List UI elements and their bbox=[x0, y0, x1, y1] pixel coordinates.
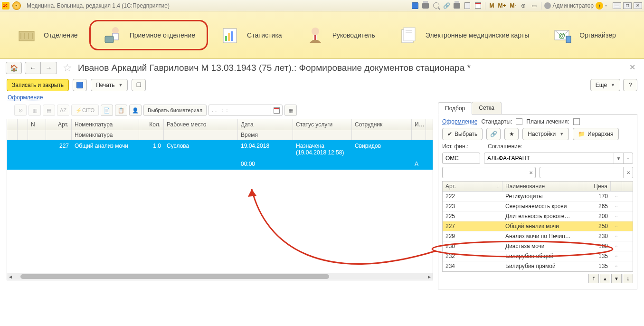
copy-doc-button[interactable]: ❐ bbox=[132, 79, 146, 91]
col-employee[interactable]: Сотрудник bbox=[352, 119, 412, 130]
open-row-icon[interactable]: ▫ bbox=[611, 192, 622, 201]
section-department[interactable]: Отделение bbox=[5, 20, 89, 50]
section-statistics[interactable]: Статистика bbox=[208, 20, 294, 50]
help-button[interactable]: ? bbox=[623, 79, 637, 91]
tab-selection[interactable]: Подбор bbox=[438, 102, 472, 115]
oformlenie-link-right[interactable]: Оформление bbox=[442, 118, 477, 125]
clear-icon[interactable]: ✕ bbox=[526, 167, 535, 178]
more-dropdown[interactable]: Еще▼ bbox=[590, 79, 620, 91]
down-button[interactable]: ▼ bbox=[611, 274, 622, 283]
agreement-select[interactable]: ▼ ▫ bbox=[484, 153, 633, 164]
memory-mminus[interactable]: M- bbox=[509, 2, 517, 9]
filter2-input[interactable]: ✕ bbox=[540, 167, 633, 178]
maximize-button[interactable]: □ bbox=[623, 2, 632, 9]
scroll-left-icon[interactable]: ◄ bbox=[7, 274, 14, 279]
user-assign-button[interactable]: 👤 bbox=[129, 105, 142, 116]
save-icon[interactable] bbox=[411, 1, 419, 10]
catalog-row[interactable]: 223Свертываемость крови265▫ bbox=[443, 201, 633, 211]
link-icon[interactable]: 🔗 bbox=[442, 1, 451, 10]
windows-icon[interactable]: ▭ bbox=[530, 1, 538, 10]
plans-checkbox[interactable] bbox=[573, 118, 580, 125]
open-row-icon[interactable]: ▫ bbox=[611, 231, 622, 241]
catalog-row[interactable]: 227Общий анализ мочи250▫ bbox=[443, 221, 633, 231]
home-button[interactable]: 🏠 bbox=[6, 62, 22, 74]
doc-button[interactable]: 📋 bbox=[115, 105, 127, 116]
open-row-icon[interactable]: ▫ bbox=[611, 221, 622, 231]
add-doc-button[interactable]: 📄 bbox=[101, 105, 113, 116]
col-nom[interactable]: Номенклатура bbox=[72, 119, 139, 130]
section-admission[interactable]: Приемное отделение bbox=[89, 20, 208, 50]
choose-button[interactable]: ✔ Выбрать bbox=[442, 128, 483, 140]
col-price[interactable]: Цена bbox=[583, 182, 611, 191]
hierarchy-button[interactable]: 📁 Иерархия bbox=[573, 128, 618, 140]
close-window-button[interactable]: ✕ bbox=[634, 2, 642, 9]
col-workplace[interactable]: Рабочее место bbox=[164, 119, 238, 130]
print-dropdown[interactable]: Печать▼ bbox=[91, 79, 128, 91]
dropdown-icon[interactable]: ▼ bbox=[614, 153, 623, 163]
preview-icon[interactable] bbox=[432, 1, 440, 10]
select-biomaterial-button[interactable]: Выбрать биоматериал bbox=[143, 105, 207, 116]
date-input[interactable] bbox=[208, 105, 283, 116]
calc-icon[interactable] bbox=[463, 1, 472, 10]
open-icon[interactable]: ▫ bbox=[623, 153, 633, 163]
col-name[interactable]: Наименование bbox=[502, 182, 583, 191]
filter1-field[interactable] bbox=[443, 169, 526, 176]
forward-button[interactable]: → bbox=[41, 62, 57, 74]
memory-m[interactable]: M bbox=[488, 2, 495, 9]
section-organizer[interactable]: @ Органайзер bbox=[540, 20, 627, 50]
up-button[interactable]: ▲ bbox=[600, 274, 610, 283]
last-button[interactable]: ⤓ bbox=[623, 274, 633, 283]
col-fin[interactable]: И… bbox=[412, 119, 426, 130]
minimize-button[interactable]: — bbox=[613, 2, 621, 9]
col-date[interactable]: Дата bbox=[238, 119, 293, 130]
first-button[interactable]: ⤒ bbox=[588, 274, 599, 283]
catalog-row[interactable]: 230Диастаза мочи180▫ bbox=[443, 241, 633, 251]
scroll-right-icon[interactable]: ► bbox=[426, 274, 433, 279]
finsource-select[interactable]: ▼ bbox=[442, 153, 480, 164]
link2-button[interactable]: 🔗 bbox=[486, 128, 501, 140]
open-row-icon[interactable]: ▫ bbox=[611, 261, 622, 271]
standards-checkbox[interactable] bbox=[516, 118, 522, 125]
open-row-icon[interactable]: ▫ bbox=[611, 211, 622, 221]
date-field[interactable] bbox=[209, 107, 271, 114]
col-art[interactable]: Арт.↓ bbox=[443, 182, 502, 191]
fav-button[interactable]: ★ bbox=[504, 128, 519, 140]
catalog-row[interactable]: 225Длительность кровоте…200▫ bbox=[443, 211, 633, 221]
user-label[interactable]: Администратор bbox=[544, 2, 594, 9]
scroll-thumb[interactable] bbox=[20, 274, 329, 279]
col-status[interactable]: Статус услуги bbox=[293, 119, 352, 130]
calendar-picker-icon[interactable] bbox=[271, 105, 282, 115]
tab-grid[interactable]: Сетка bbox=[472, 102, 502, 114]
catalog-row[interactable]: 232Билирубин общий135▫ bbox=[443, 251, 633, 261]
open-row-icon[interactable]: ▫ bbox=[611, 251, 622, 261]
info-icon[interactable]: i bbox=[596, 2, 603, 10]
save-button[interactable] bbox=[73, 79, 87, 91]
open-row-icon[interactable]: ▫ bbox=[611, 241, 622, 251]
open-row-icon[interactable]: ▫ bbox=[611, 201, 622, 211]
print-icon[interactable] bbox=[421, 1, 430, 10]
grid-button[interactable]: ▦ bbox=[284, 105, 297, 116]
agreement-value[interactable] bbox=[484, 155, 614, 162]
col-n[interactable]: N bbox=[28, 119, 46, 130]
catalog-row[interactable]: 222Ретикулоциты170▫ bbox=[443, 192, 633, 201]
zoom-icon[interactable]: ⊕ bbox=[519, 1, 528, 10]
table-row[interactable]: 227 Общий анализ мочи 1,0 Суслова 19.04.… bbox=[7, 140, 433, 158]
save-and-close-button[interactable]: Записать и закрыть bbox=[7, 79, 69, 91]
catalog-row[interactable]: 234Билирубин прямой135▫ bbox=[443, 261, 633, 271]
app-menu-icon[interactable] bbox=[12, 1, 21, 10]
settings-dropdown[interactable]: Настройки▼ bbox=[522, 128, 569, 140]
catalog-row[interactable]: 229Анализ мочи по Нечип…230▫ bbox=[443, 231, 633, 241]
memory-mplus[interactable]: M+ bbox=[497, 2, 507, 9]
calendar-icon[interactable] bbox=[474, 1, 482, 10]
oformlenie-link[interactable]: Оформление bbox=[8, 94, 43, 101]
clear-icon[interactable]: ✕ bbox=[623, 167, 633, 178]
print2-icon[interactable] bbox=[453, 1, 461, 10]
section-emr[interactable]: Электронные медицинские карты bbox=[387, 20, 540, 50]
favorite-star-icon[interactable]: ☆ bbox=[63, 62, 72, 74]
close-tab-button[interactable]: ✕ bbox=[629, 63, 635, 72]
filter1-input[interactable]: ✕ bbox=[442, 167, 536, 178]
table-row-sub[interactable]: 00:00 А bbox=[7, 158, 433, 170]
filter2-field[interactable] bbox=[540, 169, 623, 176]
back-button[interactable]: ← bbox=[25, 62, 41, 74]
col-kol[interactable]: Кол. bbox=[139, 119, 164, 130]
